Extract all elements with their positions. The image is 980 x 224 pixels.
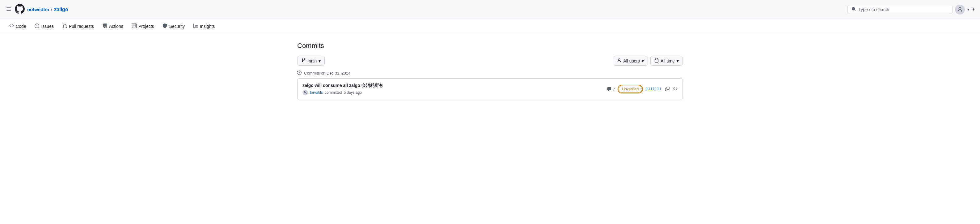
header-left: notwedtm / zailgo bbox=[5, 4, 844, 15]
all-users-label: All users bbox=[623, 58, 640, 63]
branch-selector[interactable]: main ▾ bbox=[297, 56, 325, 66]
search-placeholder-text: Type / to search bbox=[858, 7, 948, 12]
avatar[interactable] bbox=[955, 5, 965, 14]
search-icon bbox=[851, 7, 856, 12]
commits-date-icon bbox=[297, 70, 302, 76]
commit-comments[interactable]: 7 bbox=[607, 87, 615, 91]
github-logo-icon[interactable] bbox=[15, 4, 25, 15]
browse-files-icon[interactable] bbox=[673, 86, 678, 92]
all-users-filter[interactable]: All users ▾ bbox=[613, 56, 648, 66]
hamburger-menu-icon[interactable] bbox=[5, 5, 12, 14]
avatar-chevron-icon[interactable]: ▾ bbox=[967, 7, 969, 12]
owner-link[interactable]: notwedtm bbox=[27, 7, 49, 12]
commit-message[interactable]: zalgo will consume all zalgo 会消耗所有 bbox=[302, 83, 603, 88]
copy-sha-icon[interactable] bbox=[665, 86, 670, 92]
nav-label-issues: Issues bbox=[41, 24, 53, 29]
toolbar-row: main ▾ All users ▾ All time bbox=[297, 56, 683, 66]
commit-meta: torvalds committed 5 days ago bbox=[302, 90, 603, 95]
search-bar[interactable]: Type / to search bbox=[848, 5, 953, 14]
branch-label: main bbox=[307, 58, 317, 63]
nav-item-issues[interactable]: Issues bbox=[30, 19, 58, 34]
projects-icon bbox=[132, 24, 137, 29]
commit-action: committed bbox=[325, 90, 342, 95]
all-users-chevron-icon: ▾ bbox=[642, 58, 644, 63]
repo-nav: Code Issues Pull requests Actions bbox=[0, 19, 980, 34]
header-right: Type / to search ▾ + bbox=[848, 5, 975, 14]
nav-label-insights: Insights bbox=[200, 24, 215, 29]
commits-date-text: Commits on Dec 31, 2024 bbox=[304, 71, 350, 75]
nav-label-security: Security bbox=[169, 24, 185, 29]
issues-icon bbox=[35, 24, 39, 29]
nav-label-projects: Projects bbox=[138, 24, 154, 29]
table-row: zalgo will consume all zalgo 会消耗所有 torva… bbox=[298, 78, 682, 100]
branch-chevron-icon: ▾ bbox=[318, 58, 321, 63]
nav-item-projects[interactable]: Projects bbox=[127, 19, 159, 34]
filter-right: All users ▾ All time ▾ bbox=[613, 56, 683, 66]
nav-item-security[interactable]: Security bbox=[158, 19, 189, 34]
actions-icon bbox=[103, 24, 107, 29]
unverified-badge[interactable]: Unverified bbox=[619, 86, 642, 93]
nav-item-code[interactable]: Code bbox=[5, 19, 30, 34]
nav-label-code: Code bbox=[16, 24, 26, 29]
breadcrumb: notwedtm / zailgo bbox=[27, 7, 68, 12]
nav-item-insights[interactable]: Insights bbox=[189, 19, 219, 34]
avatar bbox=[302, 90, 308, 95]
commit-time-ago: 5 days ago bbox=[344, 90, 362, 95]
nav-item-pull-requests[interactable]: Pull requests bbox=[58, 19, 98, 34]
new-item-plus-icon[interactable]: + bbox=[972, 6, 975, 13]
app-header: notwedtm / zailgo Type / to search ▾ + bbox=[0, 0, 980, 19]
nav-label-pull-requests: Pull requests bbox=[69, 24, 94, 29]
commits-date-header: Commits on Dec 31, 2024 bbox=[297, 70, 683, 76]
all-time-chevron-icon: ▾ bbox=[677, 58, 679, 63]
insights-icon bbox=[193, 24, 198, 29]
security-icon bbox=[162, 24, 167, 29]
commit-author[interactable]: torvalds bbox=[310, 90, 323, 95]
commit-right: 7 Unverified 1111111 bbox=[607, 86, 678, 93]
comments-count: 7 bbox=[612, 87, 615, 91]
commit-sha[interactable]: 1111111 bbox=[646, 87, 662, 91]
commits-list: zalgo will consume all zalgo 会消耗所有 torva… bbox=[297, 78, 683, 100]
all-time-filter[interactable]: All time ▾ bbox=[650, 56, 683, 66]
nav-item-actions[interactable]: Actions bbox=[98, 19, 127, 34]
calendar-icon bbox=[654, 58, 659, 63]
branch-icon bbox=[301, 58, 305, 63]
main-content: Commits main ▾ All users ▾ bbox=[292, 34, 688, 107]
code-icon bbox=[9, 24, 14, 29]
repo-link[interactable]: zailgo bbox=[54, 7, 68, 12]
all-users-icon bbox=[617, 58, 621, 63]
page-title: Commits bbox=[297, 42, 683, 50]
all-time-label: All time bbox=[660, 58, 675, 63]
pull-request-icon bbox=[62, 24, 67, 29]
nav-label-actions: Actions bbox=[109, 24, 123, 29]
commit-info: zalgo will consume all zalgo 会消耗所有 torva… bbox=[302, 83, 603, 95]
breadcrumb-separator: / bbox=[51, 7, 52, 12]
